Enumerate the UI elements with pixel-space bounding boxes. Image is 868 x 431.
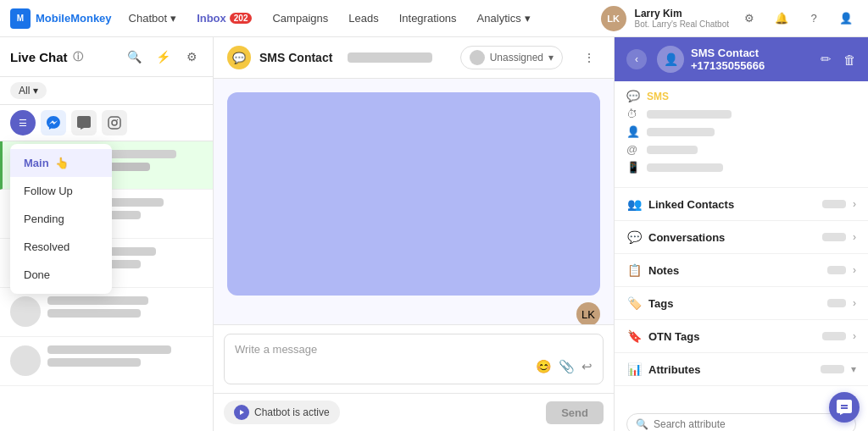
dropdown-item-followup[interactable]: Follow Up [10, 177, 112, 205]
info-row-type: 💬 SMS [626, 90, 856, 102]
nav-campaigns[interactable]: Campaigns [269, 12, 331, 25]
more-options-icon[interactable]: ⋮ [578, 47, 600, 69]
assign-avatar [470, 50, 485, 65]
chat-footer: Chatbot is active Send [214, 393, 614, 431]
right-panel: ‹ 👤 SMS Contact +17135055666 ✏ 🗑 💬 SMS ⏱… [614, 37, 868, 431]
section-linked-contacts: 👥 Linked Contacts › [615, 188, 868, 221]
dropdown-item-main[interactable]: Main 👆 [10, 149, 112, 177]
notifications-icon[interactable]: 🔔 [770, 7, 793, 30]
user-avatar-container: LK 🤖 [576, 302, 600, 324]
chat-messages: LK 🤖 [214, 79, 614, 324]
user-role: Bot. Larry's Real Chatbot [635, 19, 729, 29]
settings-icon[interactable]: ⚙ [181, 46, 203, 68]
section-linked-contacts-header[interactable]: 👥 Linked Contacts › [615, 188, 868, 220]
attribute-search-input[interactable] [654, 418, 847, 430]
edit-icon[interactable]: ✏ [821, 52, 832, 67]
send-button[interactable]: Send [546, 401, 604, 424]
channel-btn-instagram[interactable] [102, 110, 127, 135]
nav-chatbot[interactable]: Chatbot ▾ [125, 12, 181, 25]
notes-title: Notes [648, 264, 821, 277]
channel-btn-messenger[interactable] [41, 110, 66, 135]
section-tags-header[interactable]: 🏷️ Tags › [615, 287, 868, 319]
info-row-lastseen: ⏱ [626, 108, 856, 120]
play-icon [234, 405, 249, 420]
delete-icon[interactable]: 🗑 [843, 52, 856, 67]
chat-input-area: Write a message 😊 📎 ↩ [214, 324, 614, 393]
sidebar-title: Live Chat ⓘ [10, 50, 83, 64]
cursor-icon: 👆 [55, 157, 69, 169]
attachment-icon[interactable]: 📎 [559, 359, 575, 374]
chevron-down-icon: ▾ [525, 12, 531, 25]
section-conversations: 💬 Conversations › [615, 221, 868, 254]
chatbot-status[interactable]: Chatbot is active [224, 401, 340, 424]
notes-icon: 📋 [626, 262, 642, 278]
chevron-down-icon: ▾ [851, 363, 856, 375]
filter-row: All ▾ [0, 77, 213, 105]
info-row-email: @ [626, 143, 856, 156]
avatar[interactable]: LK [601, 6, 626, 31]
channel-btn-current: ☰ [10, 110, 36, 135]
assign-dropdown[interactable]: Unassigned ▾ [460, 46, 563, 69]
filter-dropdown[interactable]: All ▾ [10, 82, 47, 99]
chat-header: 💬 SMS Contact Unassigned ▾ ⋮ [214, 37, 614, 79]
logo[interactable]: M MobileMonkey [10, 8, 112, 29]
filter-menu-icon: ☰ [19, 118, 27, 129]
channel-btn-sms[interactable] [71, 110, 97, 135]
assign-label: Unassigned [490, 52, 543, 64]
section-notes: 📋 Notes › [615, 254, 868, 287]
emoji-icon[interactable]: 😊 [536, 359, 552, 374]
topnav: M MobileMonkey Chatbot ▾ Inbox 202 Campa… [0, 0, 868, 37]
tags-icon: 🏷️ [626, 296, 642, 311]
input-actions: 😊 📎 ↩ [235, 359, 593, 374]
account-icon[interactable]: 👤 [834, 7, 858, 30]
chevron-right-icon: › [853, 330, 856, 342]
linked-contacts-icon: 👥 [626, 196, 642, 212]
attribute-search-box[interactable]: 🔍 [626, 413, 856, 431]
svg-point-2 [117, 119, 119, 121]
inbox-badge: 202 [230, 13, 253, 24]
floating-chat-button[interactable] [829, 392, 860, 423]
sms-type-icon: 💬 [626, 90, 640, 102]
section-conversations-header[interactable]: 💬 Conversations › [615, 221, 868, 253]
user-info: Larry Kim Bot. Larry's Real Chatbot [635, 8, 729, 29]
help-circle-icon: ⓘ [73, 50, 83, 64]
user-message-row: LK 🤖 [227, 302, 600, 324]
settings-icon[interactable]: ⚙ [737, 7, 761, 30]
section-attributes-header[interactable]: 📊 Attributes ▾ [615, 353, 868, 385]
conversations-title: Conversations [648, 231, 815, 244]
dropdown-item-resolved[interactable]: Resolved [10, 233, 112, 261]
sidebar-header: Live Chat ⓘ 🔍 ⚡ ⚙ [0, 37, 213, 77]
nav-inbox[interactable]: Inbox 202 [193, 12, 255, 25]
more-icon[interactable]: ↩ [581, 359, 593, 374]
nav-integrations[interactable]: Integrations [396, 12, 460, 25]
conversations-icon: 💬 [626, 229, 642, 245]
phone-icon: 📱 [626, 161, 640, 174]
at-icon: @ [626, 143, 640, 156]
search-icon[interactable]: 🔍 [123, 46, 145, 68]
help-icon[interactable]: ? [802, 7, 826, 30]
chevron-right-icon: › [853, 231, 856, 243]
sidebar: Live Chat ⓘ 🔍 ⚡ ⚙ All ▾ ☰ [0, 37, 214, 431]
user-mini-avatar: LK [576, 302, 600, 324]
chevron-right-icon: › [853, 297, 856, 309]
logo-text: MobileMonkey [36, 12, 112, 25]
main-layout: Live Chat ⓘ 🔍 ⚡ ⚙ All ▾ ☰ [0, 37, 868, 431]
section-otn-tags-header[interactable]: 🔖 OTN Tags › [615, 320, 868, 352]
nav-leads[interactable]: Leads [345, 12, 381, 25]
list-item[interactable] [0, 337, 213, 386]
collapse-button[interactable]: ‹ [626, 49, 647, 69]
section-notes-header[interactable]: 📋 Notes › [615, 254, 868, 286]
chevron-down-icon: ▾ [548, 52, 554, 64]
user-name: Larry Kim [635, 8, 729, 19]
filter-icon[interactable]: ⚡ [152, 46, 174, 68]
search-icon: 🔍 [636, 418, 648, 430]
svg-rect-0 [108, 117, 120, 129]
add-attribute-link[interactable]: + add [626, 395, 856, 406]
message-input[interactable]: Write a message 😊 📎 ↩ [224, 334, 604, 384]
dropdown-item-pending[interactable]: Pending [10, 205, 112, 233]
section-otn-tags: 🔖 OTN Tags › [615, 320, 868, 353]
nav-analytics[interactable]: Analytics ▾ [474, 12, 534, 25]
list-item[interactable] [0, 288, 213, 337]
info-row-phone: 📱 [626, 161, 856, 174]
dropdown-item-done[interactable]: Done [10, 261, 112, 289]
